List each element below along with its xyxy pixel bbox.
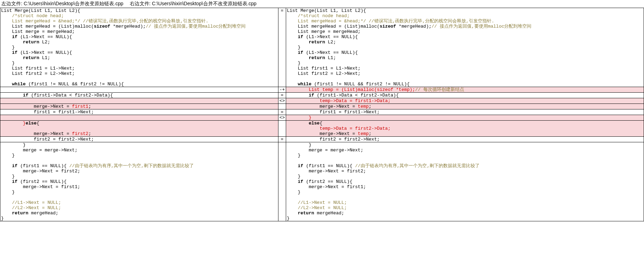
right-code-line[interactable]: List mergeHead = (List)malloc(sizeof *me… bbox=[286, 24, 644, 29]
left-code-line[interactable]: } bbox=[0, 216, 278, 221]
right-code-line[interactable]: } bbox=[286, 216, 644, 221]
left-code-line[interactable]: first1 = first1->Next; bbox=[0, 109, 278, 115]
right-code-line[interactable]: if (first1->Data < first2->Data){ bbox=[286, 93, 644, 98]
left-code-line[interactable]: if (first1 == NULL){ //由于链表均为有序,其中一个为空,剩… bbox=[0, 163, 278, 169]
left-code-line[interactable]: List mergeHead = (List)malloc(sizeof *me… bbox=[0, 24, 278, 29]
diff-row: //L2->Next = NULL; //L2->Next = NULL; bbox=[0, 205, 644, 211]
right-code-line[interactable]: } bbox=[286, 142, 644, 148]
right-code-line[interactable]: merge->Next = temp; bbox=[286, 131, 644, 137]
diff-row: List mergeHead = &head;*/ //错误写法,函数执行完毕,… bbox=[0, 19, 644, 24]
right-code-line[interactable]: merge->Next = first1; bbox=[286, 184, 644, 190]
left-code-line[interactable]: List first2 = L2->Next; bbox=[0, 71, 278, 76]
diff-row: temp->Data = first2->Data; bbox=[0, 126, 644, 131]
left-code-line[interactable] bbox=[0, 87, 278, 93]
right-code-line[interactable]: //L2->Next = NULL; bbox=[286, 205, 644, 211]
left-code-line[interactable]: return mergeHead; bbox=[0, 211, 278, 216]
left-code-line[interactable] bbox=[0, 126, 278, 131]
right-code-line[interactable]: List merge = mergeHead; bbox=[286, 29, 644, 34]
right-code-line[interactable] bbox=[286, 76, 644, 81]
right-code-line[interactable]: if (L1->Next == NULL){ bbox=[286, 34, 644, 40]
diff-row: }else{ else{ bbox=[0, 121, 644, 126]
left-code-line[interactable]: List Merge(List L1, List L2){ bbox=[0, 8, 278, 14]
right-code-line[interactable]: if (first1 == NULL){ //由于链表均为有序,其中一个为空,剩… bbox=[286, 163, 644, 169]
right-code-line[interactable]: } bbox=[286, 174, 644, 179]
left-code-line[interactable]: merge->Next = first2; bbox=[0, 131, 278, 137]
right-code-line[interactable]: return L1; bbox=[286, 55, 644, 60]
left-code-line[interactable]: List mergeHead = &head;*/ //错误写法,函数执行完毕,… bbox=[0, 19, 278, 24]
right-code-line[interactable] bbox=[286, 158, 644, 163]
left-code-line[interactable]: } bbox=[0, 174, 278, 179]
right-code-line[interactable]: } bbox=[286, 153, 644, 158]
right-code-line[interactable]: List Merge(List L1, List L2){ bbox=[286, 8, 644, 14]
left-code-line[interactable]: }else{ bbox=[0, 121, 278, 126]
diff-gutter-marker bbox=[278, 163, 286, 169]
left-code-line[interactable]: merge->Next = first1; bbox=[0, 184, 278, 190]
left-code-line[interactable]: if (L1->Next == NULL){ bbox=[0, 50, 278, 55]
left-code-line[interactable]: } bbox=[0, 142, 278, 148]
right-code-line[interactable]: } bbox=[286, 45, 644, 50]
left-code-line[interactable] bbox=[0, 98, 278, 104]
right-code-line[interactable]: List first1 = L1->Next; bbox=[286, 66, 644, 71]
left-code-line[interactable]: merge->Next = first2; bbox=[0, 169, 278, 174]
right-code-line[interactable]: merge->Next = temp; bbox=[286, 104, 644, 109]
diff-gutter-marker bbox=[278, 148, 286, 153]
left-code-line[interactable]: /*struct node head; bbox=[0, 13, 278, 19]
left-code-line[interactable]: if (first1->Data < first2->Data){ bbox=[0, 93, 278, 98]
diff-gutter-marker bbox=[278, 126, 286, 131]
right-code-line[interactable]: } bbox=[286, 190, 644, 195]
left-code-line[interactable]: merge->Next = first1; bbox=[0, 104, 278, 109]
left-code-line[interactable]: first2 = first2->Next; bbox=[0, 137, 278, 142]
diff-row: merge->Next = first2; merge->Next = temp… bbox=[0, 131, 644, 137]
left-code-line[interactable]: } bbox=[0, 60, 278, 66]
right-code-line[interactable]: merge = merge->Next; bbox=[286, 148, 644, 153]
left-code-line[interactable]: List merge = mergeHead; bbox=[0, 29, 278, 34]
left-code-line[interactable]: } bbox=[0, 153, 278, 158]
left-code-line[interactable]: while (first1 != NULL && first2 != NULL)… bbox=[0, 81, 278, 87]
left-code-line[interactable] bbox=[0, 76, 278, 81]
right-code-line[interactable]: first1 = first1->Next; bbox=[286, 109, 644, 115]
right-code-line[interactable]: /*struct node head; bbox=[286, 13, 644, 19]
right-code-line[interactable]: if (L1->Next == NULL){ bbox=[286, 50, 644, 55]
right-code-line[interactable]: List first2 = L2->Next; bbox=[286, 71, 644, 76]
right-code-line[interactable]: List temp = (List)malloc(sizeof *temp);/… bbox=[286, 87, 644, 93]
left-code-line[interactable]: if (L1->Next == NULL){ bbox=[0, 34, 278, 40]
right-code-line[interactable]: merge->Next = first2; bbox=[286, 169, 644, 174]
diff-row: if (L1->Next == NULL){ if (L1->Next == N… bbox=[0, 34, 644, 40]
right-code-line[interactable]: temp->Data = first2->Data; bbox=[286, 126, 644, 131]
right-code-line[interactable]: List mergeHead = &head;*/ //错误写法,函数执行完毕,… bbox=[286, 19, 644, 24]
right-code-line[interactable]: temp->Data = first1->Data; bbox=[286, 98, 644, 104]
left-code-line[interactable]: merge = merge->Next; bbox=[0, 148, 278, 153]
right-code-line[interactable]: } bbox=[286, 115, 644, 121]
right-code-line[interactable]: //L1->Next = NULL; bbox=[286, 200, 644, 205]
diff-gutter-marker bbox=[278, 190, 286, 195]
left-code-line[interactable]: if (first2 == NULL){ bbox=[0, 179, 278, 184]
right-code-line[interactable]: first2 = first2->Next; bbox=[286, 137, 644, 142]
left-code-line[interactable] bbox=[0, 158, 278, 163]
diff-row: first1 = first1->Next;= first1 = first1-… bbox=[0, 109, 644, 115]
left-code-line[interactable]: List first1 = L1->Next; bbox=[0, 66, 278, 71]
left-code-line[interactable]: } bbox=[0, 45, 278, 50]
left-code-line[interactable]: } bbox=[0, 190, 278, 195]
left-code-line[interactable]: //L2->Next = NULL; bbox=[0, 205, 278, 211]
diff-table: List Merge(List L1, List L2){=List Merge… bbox=[0, 8, 644, 221]
left-code-line[interactable] bbox=[0, 115, 278, 121]
diff-gutter-marker bbox=[278, 40, 286, 45]
diff-gutter-marker bbox=[278, 195, 286, 200]
right-code-line[interactable]: else{ bbox=[286, 121, 644, 126]
diff-gutter-marker bbox=[278, 131, 286, 137]
right-code-line[interactable]: while (first1 != NULL && first2 != NULL)… bbox=[286, 81, 644, 87]
right-code-line[interactable]: return mergeHead; bbox=[286, 211, 644, 216]
left-code-line[interactable]: return L1; bbox=[0, 55, 278, 60]
right-code-line[interactable] bbox=[286, 195, 644, 200]
left-code-line[interactable]: return L2; bbox=[0, 40, 278, 45]
diff-row: <> } bbox=[0, 115, 644, 121]
right-code-line[interactable]: return L2; bbox=[286, 40, 644, 45]
right-code-line[interactable]: if (first2 == NULL){ bbox=[286, 179, 644, 184]
left-code-line[interactable] bbox=[0, 195, 278, 200]
diff-row: first2 = first2->Next;= first2 = first2-… bbox=[0, 137, 644, 142]
right-code-line[interactable]: } bbox=[286, 60, 644, 66]
diff-gutter-marker bbox=[278, 205, 286, 211]
left-code-line[interactable]: //L1->Next = NULL; bbox=[0, 200, 278, 205]
diff-gutter-marker bbox=[278, 104, 286, 109]
diff-row: List first1 = L1->Next; List first1 = L1… bbox=[0, 66, 644, 71]
